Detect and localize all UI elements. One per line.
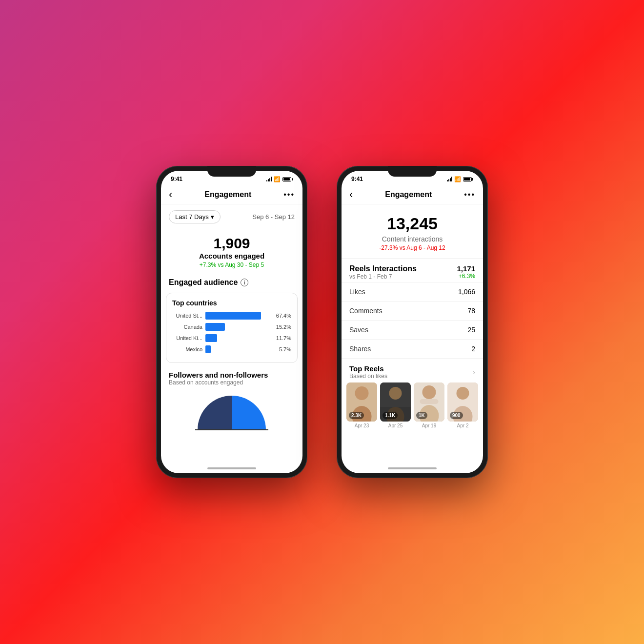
shares-value: 2 <box>471 345 475 353</box>
country-pct-mx: 5.7% <box>274 346 291 352</box>
status-icons-left: 📶 <box>266 176 293 182</box>
main-stat-left: 1,909 Accounts engaged +7.3% vs Aug 30 -… <box>161 227 302 272</box>
pie-svg <box>193 391 271 432</box>
bar-ca <box>205 323 271 331</box>
engaged-audience-title: Engaged audience i <box>161 272 302 291</box>
country-name-ca: Canada <box>172 324 202 330</box>
reel-thumb-2: 1.1K <box>380 382 411 422</box>
top-countries-card: Top countries United St... 67.4% Canada … <box>166 293 298 363</box>
svg-rect-10 <box>420 399 439 404</box>
reel-thumb-4: 900 <box>447 382 478 422</box>
wifi-icon: 📶 <box>274 176 281 182</box>
bar-fill-us <box>205 312 261 320</box>
nav-bar-right: ‹ Engagement ••• <box>342 185 483 204</box>
screen-left: 9:41 📶 ‹ Engagement ••• <box>161 171 302 473</box>
bar-uk <box>205 334 271 342</box>
status-time-left: 9:41 <box>171 176 182 182</box>
content-right: 13,245 Content interactions -27.3% vs Au… <box>342 204 483 471</box>
reels-interactions-subtitle: vs Feb 1 - Feb 7 <box>349 273 417 280</box>
reel-count-2: 1.1K <box>382 412 398 419</box>
reel-item-3[interactable]: 1K Apr 19 <box>414 382 444 428</box>
status-time-right: 9:41 <box>351 176 363 182</box>
country-row-ca: Canada 15.2% <box>172 323 291 331</box>
likes-value: 1,066 <box>458 288 475 296</box>
reel-date-2: Apr 25 <box>380 423 411 428</box>
menu-button-right[interactable]: ••• <box>464 190 475 199</box>
svg-point-13 <box>457 387 469 400</box>
content-interactions-label: Content interactions <box>342 235 483 243</box>
country-row-uk: United Ki... 11.7% <box>172 334 291 342</box>
country-pct-uk: 11.7% <box>274 335 291 341</box>
screen-right: 9:41 📶 ‹ Engagement ••• <box>342 171 483 473</box>
reel-thumb-1: 2.3K <box>346 382 377 422</box>
menu-button-left[interactable]: ••• <box>283 190 295 199</box>
metric-shares: Shares 2 <box>342 339 483 358</box>
reel-count-4: 900 <box>450 412 463 419</box>
chevron-down-icon: ▾ <box>211 213 214 221</box>
reel-item-1[interactable]: 2.3K Apr 23 <box>346 382 377 428</box>
back-button-left[interactable]: ‹ <box>169 188 172 201</box>
signal-icon-right <box>447 177 452 181</box>
reel-date-1: Apr 23 <box>346 423 377 428</box>
period-filter-button[interactable]: Last 7 Days ▾ <box>169 210 221 223</box>
followers-title: Followers and non-followers <box>169 371 295 379</box>
phone-right: 9:41 📶 ‹ Engagement ••• <box>337 166 488 478</box>
notch-left <box>207 166 256 177</box>
wifi-icon-right: 📶 <box>454 176 461 182</box>
followers-section: Followers and non-followers Based on acc… <box>161 365 302 436</box>
reels-interactions-right: 1,171 +6.3% <box>457 264 475 280</box>
country-row-us: United St... 67.4% <box>172 312 291 320</box>
filter-row: Last 7 Days ▾ Sep 6 - Sep 12 <box>161 204 302 227</box>
top-reels-title: Top Reels <box>349 364 387 373</box>
chevron-right-icon[interactable]: › <box>473 368 475 377</box>
followers-subtitle: Based on accounts engaged <box>169 379 295 386</box>
accounts-engaged-label: Accounts engaged <box>161 252 302 260</box>
country-name-uk: United Ki... <box>172 335 202 341</box>
bar-fill-ca <box>205 323 225 331</box>
accounts-engaged-number: 1,909 <box>161 235 302 252</box>
metric-comments: Comments 78 <box>342 301 483 320</box>
reel-item-4[interactable]: 900 Apr 2 <box>447 382 478 428</box>
shares-label: Shares <box>349 345 371 353</box>
battery-icon <box>282 177 293 181</box>
metric-likes: Likes 1,066 <box>342 282 483 301</box>
reels-interactions-change: +6.3% <box>457 273 475 280</box>
country-row-mx: Mexico 5.7% <box>172 345 291 353</box>
reel-thumb-3: 1K <box>414 382 444 422</box>
svg-point-9 <box>423 385 436 399</box>
nav-title-right: Engagement <box>385 190 432 199</box>
reels-grid: 2.3K Apr 23 1.1K Apr 25 <box>342 382 483 434</box>
bar-mx <box>205 345 271 353</box>
home-indicator-right <box>388 467 437 469</box>
svg-point-2 <box>355 386 369 400</box>
back-button-right[interactable]: ‹ <box>349 188 353 201</box>
top-reels-title-group: Top Reels Based on likes <box>349 364 387 380</box>
country-pct-ca: 15.2% <box>274 324 291 330</box>
nav-bar-left: ‹ Engagement ••• <box>161 185 302 204</box>
pie-chart <box>169 391 295 432</box>
info-icon[interactable]: i <box>241 279 248 286</box>
country-pct-us: 67.4% <box>274 313 291 319</box>
comments-value: 78 <box>467 307 475 315</box>
svg-point-5 <box>389 387 402 400</box>
bar-fill-uk <box>205 334 217 342</box>
content-interactions-number: 13,245 <box>342 214 483 233</box>
main-stat-right: 13,245 Content interactions -27.3% vs Au… <box>342 204 483 255</box>
content-interactions-change: -27.3% vs Aug 6 - Aug 12 <box>342 244 483 251</box>
saves-value: 25 <box>467 326 475 334</box>
top-countries-title: Top countries <box>172 299 291 307</box>
reel-count-1: 2.3K <box>349 412 364 419</box>
status-icons-right: 📶 <box>447 176 473 182</box>
top-reels-subtitle: Based on likes <box>349 373 387 380</box>
reel-item-2[interactable]: 1.1K Apr 25 <box>380 382 411 428</box>
bar-fill-mx <box>205 345 211 353</box>
notch-right <box>388 166 437 177</box>
comments-label: Comments <box>349 307 382 315</box>
saves-label: Saves <box>349 326 368 334</box>
nav-title-left: Engagement <box>204 190 251 199</box>
likes-label: Likes <box>349 288 365 296</box>
signal-icon <box>266 177 272 181</box>
reels-interactions-count: 1,171 <box>457 264 475 273</box>
home-indicator-left <box>207 467 256 469</box>
reel-date-4: Apr 2 <box>447 423 478 428</box>
